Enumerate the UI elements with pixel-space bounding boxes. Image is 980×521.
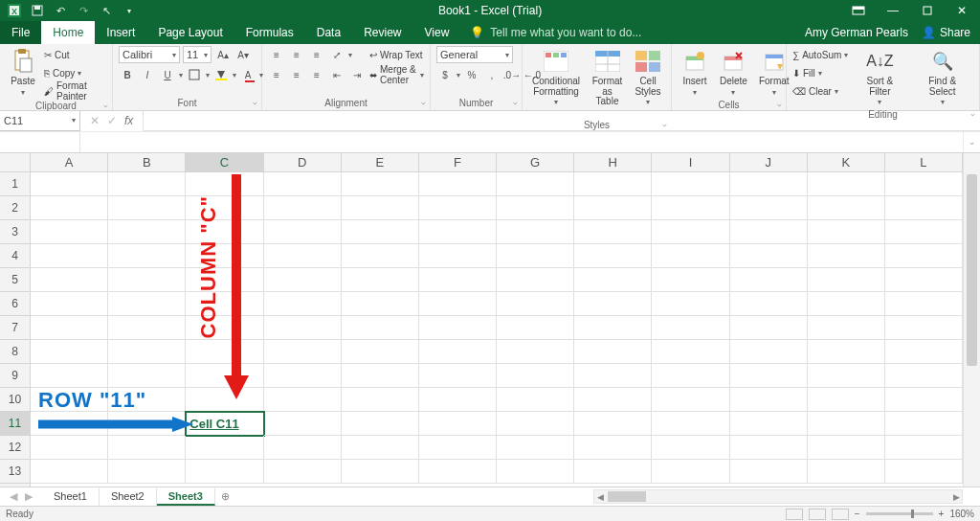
cell-K1[interactable]	[808, 172, 885, 196]
cell-L11[interactable]	[885, 412, 963, 436]
cell-E7[interactable]	[342, 316, 419, 340]
cell-B3[interactable]	[108, 220, 186, 244]
cell-G9[interactable]	[497, 364, 574, 388]
cell-B5[interactable]	[108, 268, 186, 292]
cell-H1[interactable]	[574, 172, 652, 196]
cell-G8[interactable]	[497, 340, 574, 364]
cell-I12[interactable]	[652, 436, 729, 460]
share-button[interactable]: 👤 Share	[922, 26, 970, 39]
cell-K4[interactable]	[808, 244, 885, 268]
conditional-formatting-button[interactable]: Conditional Formatting▾	[528, 46, 584, 108]
save-icon[interactable]	[29, 2, 46, 19]
cell-I1[interactable]	[652, 172, 729, 196]
cell-I6[interactable]	[652, 292, 729, 316]
cell-E6[interactable]	[342, 292, 419, 316]
cell-F12[interactable]	[419, 436, 497, 460]
cell-H3[interactable]	[574, 220, 652, 244]
cell-D9[interactable]	[264, 364, 342, 388]
user-name[interactable]: Amy German Pearls	[805, 26, 908, 39]
column-header-G[interactable]: G	[497, 153, 574, 171]
cell-H2[interactable]	[574, 196, 652, 220]
cell-A10[interactable]	[31, 388, 108, 412]
cell-L8[interactable]	[885, 340, 963, 364]
tab-formulas[interactable]: Formulas	[234, 21, 305, 44]
cell-I8[interactable]	[652, 340, 729, 364]
row-header-6[interactable]: 6	[0, 292, 30, 316]
cell-A3[interactable]	[31, 220, 108, 244]
clear-button[interactable]: ⌫Clear▾	[792, 82, 848, 100]
cell-C8[interactable]	[186, 340, 263, 364]
normal-view-icon[interactable]	[786, 509, 803, 520]
page-break-view-icon[interactable]	[832, 509, 849, 520]
cell-K13[interactable]	[808, 460, 885, 484]
cell-C9[interactable]	[186, 364, 263, 388]
cell-D5[interactable]	[264, 268, 342, 292]
cell-H9[interactable]	[574, 364, 652, 388]
horizontal-scrollbar[interactable]: ◀ ▶	[593, 489, 963, 504]
column-header-L[interactable]: L	[885, 153, 963, 171]
row-header-5[interactable]: 5	[0, 268, 30, 292]
cell-J9[interactable]	[730, 364, 808, 388]
cell-B10[interactable]	[108, 388, 186, 412]
fx-icon[interactable]: fx	[124, 114, 133, 127]
cell-D11[interactable]	[264, 412, 342, 436]
cell-L9[interactable]	[885, 364, 963, 388]
increase-font-icon[interactable]: A▴	[214, 47, 232, 62]
cell-H11[interactable]	[574, 412, 652, 436]
align-right-icon[interactable]: ≡	[308, 67, 325, 82]
cell-G4[interactable]	[497, 244, 574, 268]
cell-A8[interactable]	[31, 340, 108, 364]
cell-E4[interactable]	[342, 244, 419, 268]
cell-A12[interactable]	[31, 436, 108, 460]
row-header-12[interactable]: 12	[0, 436, 30, 460]
cell-E9[interactable]	[342, 364, 419, 388]
sheet-nav-next-icon[interactable]: ▶	[25, 490, 33, 503]
row-header-2[interactable]: 2	[0, 196, 30, 220]
cell-G13[interactable]	[497, 460, 574, 484]
cell-L10[interactable]	[885, 388, 963, 412]
cell-A11[interactable]	[31, 412, 108, 436]
cell-C12[interactable]	[186, 436, 263, 460]
tab-page-layout[interactable]: Page Layout	[146, 21, 234, 44]
align-middle-icon[interactable]: ≡	[288, 47, 305, 62]
cell-C11[interactable]: Cell C11	[186, 412, 263, 436]
delete-cells-button[interactable]: Delete▾	[716, 46, 751, 99]
cell-D2[interactable]	[264, 196, 342, 220]
cell-C10[interactable]	[186, 388, 263, 412]
zoom-slider[interactable]	[866, 512, 933, 515]
number-format-select[interactable]: General▾	[436, 46, 513, 63]
insert-cells-button[interactable]: Insert▾	[678, 46, 712, 99]
cell-J5[interactable]	[730, 268, 808, 292]
cell-L5[interactable]	[885, 268, 963, 292]
cell-E2[interactable]	[342, 196, 419, 220]
cell-D12[interactable]	[264, 436, 342, 460]
cell-B13[interactable]	[108, 460, 186, 484]
cell-E13[interactable]	[342, 460, 419, 484]
cell-H4[interactable]	[574, 244, 652, 268]
vertical-scrollbar[interactable]	[963, 153, 980, 487]
align-bottom-icon[interactable]: ≡	[308, 47, 325, 62]
column-header-J[interactable]: J	[730, 153, 808, 171]
column-header-I[interactable]: I	[652, 153, 729, 171]
cell-F11[interactable]	[419, 412, 497, 436]
cell-I10[interactable]	[652, 388, 729, 412]
cell-H5[interactable]	[574, 268, 652, 292]
qat-customize-icon[interactable]: ▾	[121, 2, 138, 19]
cell-styles-button[interactable]: Cell Styles▾	[631, 46, 665, 108]
cell-A5[interactable]	[31, 268, 108, 292]
align-center-icon[interactable]: ≡	[288, 67, 305, 82]
cell-G12[interactable]	[497, 436, 574, 460]
column-header-K[interactable]: K	[808, 153, 885, 171]
cell-K9[interactable]	[808, 364, 885, 388]
cell-H8[interactable]	[574, 340, 652, 364]
fill-button[interactable]: ⬇Fill▾	[792, 64, 848, 81]
cell-F10[interactable]	[419, 388, 497, 412]
cell-J8[interactable]	[730, 340, 808, 364]
cell-D1[interactable]	[264, 172, 342, 196]
paste-button[interactable]: Paste ▾	[6, 46, 40, 99]
cell-K12[interactable]	[808, 436, 885, 460]
format-as-table-button[interactable]: Format as Table▾	[588, 46, 627, 119]
ribbon-display-icon[interactable]	[842, 0, 875, 21]
increase-decimal-icon[interactable]: .0→	[503, 67, 521, 82]
cell-A2[interactable]	[31, 196, 108, 220]
